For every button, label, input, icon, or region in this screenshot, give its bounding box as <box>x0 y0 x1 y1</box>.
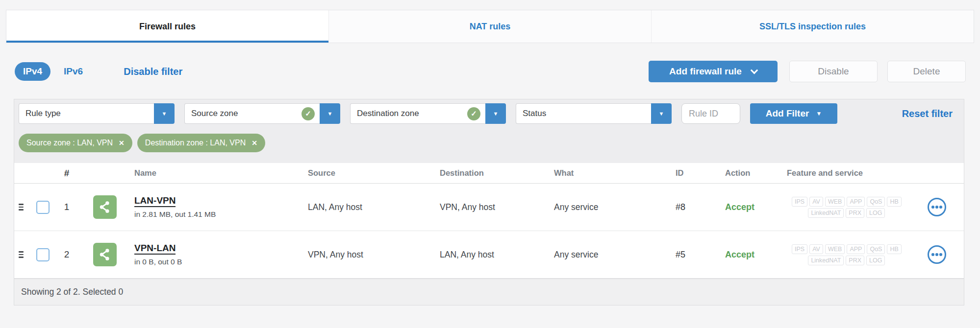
disable-label: Disable <box>818 66 849 77</box>
rule-name-link[interactable]: LAN-VPN <box>134 195 176 207</box>
check-glyph: ✓ <box>471 109 477 118</box>
row-number: 1 <box>54 202 79 212</box>
column-header-action: Action <box>711 168 760 178</box>
rule-type-tabbar: Firewall rules NAT rules SSL/TLS inspect… <box>6 10 974 43</box>
destination-cell: VPN, Any host <box>434 202 547 212</box>
reset-filter-link[interactable]: Reset filter <box>902 108 953 119</box>
rule-type-dropdown[interactable]: Rule type ▼ <box>19 103 175 124</box>
dropdown-arrow-button[interactable]: ▼ <box>485 103 506 124</box>
table-header-row: # Name Source Destination What ID Action… <box>14 163 964 184</box>
table-row: 1 LAN-VPN in 2.81 MB, out 1.41 MB LAN, A… <box>14 184 964 231</box>
add-filter-label: Add Filter <box>766 108 809 119</box>
dropdown-label: Source zone <box>191 109 302 118</box>
badge-linkednat: LinkedNAT <box>808 256 844 265</box>
column-header-number: # <box>54 168 79 179</box>
chevron-down-icon: ▼ <box>327 111 333 117</box>
feature-badges: IPS AV WEB APP QoS HB LinkedNAT PRX LOG <box>792 197 902 218</box>
badge-av: AV <box>809 197 823 207</box>
chip-label: Source zone : LAN, VPN <box>26 139 113 147</box>
action-cell: Accept <box>711 202 760 212</box>
delete-label: Delete <box>913 66 940 77</box>
rule-name-block: VPN-LAN in 0 B, out 0 B <box>134 243 182 266</box>
add-firewall-rule-button[interactable]: Add firewall rule <box>649 61 778 82</box>
rule-id-cell: #8 <box>667 202 711 212</box>
badge-web: WEB <box>825 197 845 207</box>
what-cell: Any service <box>547 202 667 212</box>
drag-handle-icon[interactable] <box>19 251 24 258</box>
table-footer: Showing 2 of 2. Selected 0 <box>14 279 964 305</box>
source-cell: LAN, Any host <box>302 202 434 212</box>
badge-qos: QoS <box>867 197 885 207</box>
badge-prx: PRX <box>846 208 864 218</box>
column-header-what: What <box>547 168 667 178</box>
check-circle-icon: ✓ <box>467 107 480 120</box>
filter-chip-destination-zone: Destination zone : LAN, VPN ✕ <box>137 134 265 152</box>
row-menu-button[interactable] <box>928 198 946 216</box>
column-header-id: ID <box>667 168 711 178</box>
disable-button[interactable]: Disable <box>789 61 878 82</box>
ellipsis-icon <box>931 206 934 209</box>
traffic-stats: in 0 B, out 0 B <box>134 258 182 266</box>
tab-ssl-tls-inspection-rules[interactable]: SSL/TLS inspection rules <box>651 10 974 43</box>
tab-label: SSL/TLS inspection rules <box>759 22 866 32</box>
close-icon[interactable]: ✕ <box>119 139 125 147</box>
ipv6-toggle[interactable]: IPv6 <box>55 62 91 81</box>
ipv4-toggle[interactable]: IPv4 <box>15 62 50 81</box>
row-checkbox[interactable] <box>36 201 50 214</box>
active-filter-chips: Source zone : LAN, VPN ✕ Destination zon… <box>14 128 964 163</box>
share-icon <box>93 195 117 219</box>
rule-id-input[interactable] <box>681 103 740 124</box>
chevron-down-icon: ▼ <box>493 111 499 117</box>
drag-handle-icon[interactable] <box>19 204 24 211</box>
showing-status: Showing 2 of 2. Selected 0 <box>21 287 123 297</box>
chevron-down-icon: ▼ <box>659 111 664 117</box>
dropdown-field: Rule type <box>19 103 154 124</box>
firewall-rules-panel: Rule type ▼ Source zone ✓ ▼ <box>14 99 964 305</box>
feature-badges: IPS AV WEB APP QoS HB LinkedNAT PRX LOG <box>792 244 902 265</box>
badge-app: APP <box>847 197 865 207</box>
badge-hb: HB <box>887 197 901 207</box>
filter-row: Rule type ▼ Source zone ✓ ▼ <box>14 99 964 128</box>
row-menu-button[interactable] <box>928 245 946 264</box>
badge-qos: QoS <box>867 244 885 254</box>
badge-app: APP <box>847 244 865 254</box>
dropdown-field: Source zone ✓ <box>184 103 320 124</box>
destination-zone-dropdown[interactable]: Destination zone ✓ ▼ <box>350 103 506 124</box>
dropdown-arrow-button[interactable]: ▼ <box>154 103 175 124</box>
column-header-source: Source <box>302 168 434 178</box>
dropdown-label: Destination zone <box>357 109 467 118</box>
badge-av: AV <box>809 244 823 254</box>
disable-filter-link[interactable]: Disable filter <box>124 66 182 77</box>
tab-label: Firewall rules <box>139 22 196 32</box>
chevron-down-icon: ▼ <box>816 110 822 117</box>
destination-cell: LAN, Any host <box>434 250 547 260</box>
source-zone-dropdown[interactable]: Source zone ✓ ▼ <box>184 103 340 124</box>
tab-firewall-rules[interactable]: Firewall rules <box>6 10 328 43</box>
tab-nat-rules[interactable]: NAT rules <box>328 10 651 43</box>
column-header-name: Name <box>79 168 302 178</box>
source-cell: VPN, Any host <box>302 250 434 260</box>
check-glyph: ✓ <box>305 109 311 118</box>
row-checkbox[interactable] <box>36 248 50 261</box>
filter-chip-source-zone: Source zone : LAN, VPN ✕ <box>19 134 132 152</box>
rule-name-link[interactable]: VPN-LAN <box>134 243 176 255</box>
badge-hb: HB <box>887 244 901 254</box>
badge-log: LOG <box>866 208 885 218</box>
dropdown-arrow-button[interactable]: ▼ <box>320 103 340 124</box>
chip-label: Destination zone : LAN, VPN <box>145 139 246 147</box>
add-filter-button[interactable]: Add Filter ▼ <box>750 103 837 124</box>
chevron-down-icon <box>751 66 758 74</box>
column-header-feature: Feature and service <box>760 168 964 178</box>
status-dropdown[interactable]: Status ▼ <box>516 103 672 124</box>
column-header-destination: Destination <box>434 168 547 178</box>
delete-button[interactable]: Delete <box>887 61 966 82</box>
chevron-down-icon: ▼ <box>162 111 167 117</box>
dropdown-arrow-button[interactable]: ▼ <box>651 103 672 124</box>
badge-web: WEB <box>825 244 845 254</box>
tab-label: NAT rules <box>470 22 511 32</box>
badge-ips: IPS <box>792 244 807 254</box>
close-icon[interactable]: ✕ <box>251 139 257 147</box>
dropdown-label: Rule type <box>25 109 149 118</box>
badge-ips: IPS <box>792 197 807 207</box>
action-cell: Accept <box>711 250 760 260</box>
